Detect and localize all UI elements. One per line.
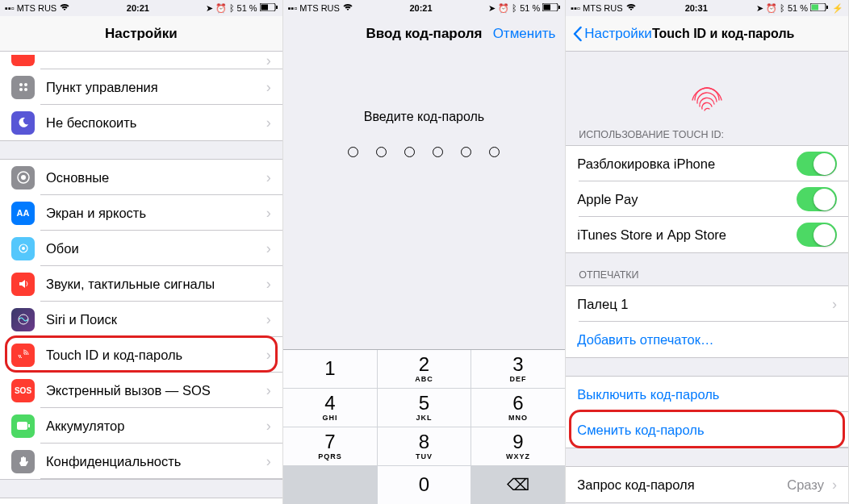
status-bar: ▪▪▫ MTS RUS 20:21 ➤ ⏰ ᛒ 51 % — [283, 0, 566, 16]
touchid-pane: ▪▪▫ MTS RUS 20:31 ➤ ⏰ ᛒ 51 % ⚡ Настройки… — [566, 0, 849, 504]
back-button[interactable]: Настройки — [572, 16, 651, 52]
row-general[interactable]: Основные › — [0, 160, 282, 195]
wallpaper-icon — [11, 237, 35, 260]
siri-icon — [11, 308, 35, 331]
row-stub-top[interactable]: › — [0, 52, 282, 69]
row-require-passcode[interactable]: Запрос код-пароля Сразу › — [566, 467, 848, 502]
passcode-dot — [489, 147, 500, 157]
row-itunes[interactable]: iTunes Store и App Store › — [0, 498, 282, 504]
key-0[interactable]: 0 — [378, 466, 471, 504]
settings-content: › Пункт управления › Не беспокоить › — [0, 52, 282, 504]
nav-bar: Ввод код-пароля Отменить — [283, 16, 566, 52]
passcode-dot — [348, 147, 358, 157]
bluetooth-icon: ᛒ — [229, 3, 235, 13]
alarm-icon: ⏰ — [766, 3, 777, 14]
chevron-right-icon: › — [266, 453, 271, 470]
row-label: Добавить отпечаток… — [577, 332, 837, 348]
touchid-content: ИСПОЛЬЗОВАНИЕ TOUCH ID: Разблокировка iP… — [566, 52, 848, 504]
key-9[interactable]: 9WXYZ — [471, 427, 565, 465]
page-title: Touch ID и код-пароль — [652, 27, 795, 41]
row-label: Палец 1 — [577, 297, 829, 312]
moon-icon — [11, 111, 35, 135]
row-label: Выключить код-пароль — [577, 387, 837, 402]
key-3[interactable]: 3DEF — [471, 350, 565, 388]
section-header-usage: ИСПОЛЬЗОВАНИЕ TOUCH ID: — [566, 124, 848, 145]
passcode-dot — [433, 147, 443, 157]
svg-point-10 — [22, 247, 25, 250]
key-1[interactable]: 1 — [283, 350, 377, 388]
page-title: Ввод код-пароля — [366, 26, 483, 42]
svg-rect-23 — [826, 6, 828, 9]
carrier-label: MTS RUS — [299, 3, 340, 13]
sos-icon: SOS — [11, 379, 35, 402]
passcode-pane: ▪▪▫ MTS RUS 20:21 ➤ ⏰ ᛒ 51 % Ввод код-па… — [283, 0, 567, 504]
passcode-content: Введите код-пароль 1 2ABC 3DEF 4GHI 5JKL… — [283, 52, 566, 504]
chevron-right-icon: › — [266, 382, 271, 399]
row-battery[interactable]: Аккумулятор › — [0, 408, 282, 444]
backspace-icon: ⌫ — [507, 477, 529, 493]
alarm-icon: ⏰ — [215, 3, 227, 14]
key-5[interactable]: 5JKL — [378, 389, 471, 427]
row-applepay: Apple Pay — [566, 181, 848, 217]
row-label: Сменить код-пароль — [577, 423, 837, 438]
key-4[interactable]: 4GHI — [283, 389, 377, 427]
sound-icon — [11, 273, 35, 296]
row-change-passcode[interactable]: Сменить код-пароль — [566, 412, 848, 448]
row-display[interactable]: AA Экран и яркость › — [0, 195, 282, 231]
location-icon: ➤ — [206, 3, 213, 14]
signal-icon: ▪▪▫ — [288, 3, 298, 13]
key-backspace[interactable]: ⌫ — [471, 466, 565, 504]
row-sos[interactable]: SOS Экстренный вызов — SOS › — [0, 373, 282, 408]
page-title: Настройки — [105, 26, 178, 42]
nav-bar: Настройки — [0, 16, 282, 52]
svg-point-6 — [24, 88, 27, 91]
numeric-keypad: 1 2ABC 3DEF 4GHI 5JKL 6MNO 7PQRS 8TUV 9W… — [283, 349, 566, 504]
key-8[interactable]: 8TUV — [378, 427, 471, 465]
toggle-applepay[interactable] — [797, 187, 837, 211]
row-privacy[interactable]: Конфиденциальность › — [0, 444, 282, 479]
svg-point-4 — [24, 83, 27, 86]
row-control-center[interactable]: Пункт управления › — [0, 69, 282, 105]
settings-pane: ▪▪▫ MTS RUS 20:21 ➤ ⏰ ᛒ 51 % Настройки › — [0, 0, 283, 504]
chevron-right-icon: › — [266, 205, 271, 222]
key-7[interactable]: 7PQRS — [283, 427, 377, 465]
chevron-right-icon: › — [266, 418, 271, 435]
wifi-icon — [342, 3, 353, 13]
chevron-left-icon — [572, 26, 582, 42]
row-wallpaper[interactable]: Обои › — [0, 231, 282, 266]
key-6[interactable]: 6MNO — [471, 389, 565, 427]
passcode-dot — [461, 147, 471, 157]
row-itunes-store: iTunes Store и App Store — [566, 217, 848, 252]
toggle-unlock[interactable] — [797, 152, 837, 176]
svg-rect-19 — [544, 5, 551, 10]
control-center-icon — [11, 76, 35, 99]
row-finger-1[interactable]: Палец 1 › — [566, 286, 848, 322]
svg-point-8 — [21, 175, 26, 180]
row-add-fingerprint[interactable]: Добавить отпечаток… — [566, 322, 848, 357]
cancel-button[interactable]: Отменить — [493, 16, 556, 52]
carrier-label: MTS RUS — [583, 3, 623, 13]
row-sounds[interactable]: Звуки, тактильные сигналы › — [0, 266, 282, 302]
row-label: Экран и яркость — [46, 206, 263, 221]
row-siri[interactable]: Siri и Поиск › — [0, 302, 282, 337]
row-touchid[interactable]: Touch ID и код-пароль › — [0, 337, 282, 373]
passcode-prompt: Введите код-пароль — [283, 110, 566, 124]
chevron-right-icon: › — [266, 347, 271, 364]
key-2[interactable]: 2ABC — [378, 350, 471, 388]
row-label: Конфиденциальность — [46, 454, 263, 469]
chevron-right-icon: › — [266, 276, 271, 293]
toggle-itunes[interactable] — [797, 223, 837, 247]
battery-icon — [542, 3, 560, 13]
display-icon: AA — [11, 202, 35, 225]
row-label: Аккумулятор — [46, 419, 263, 434]
back-label: Настройки — [584, 26, 651, 42]
signal-icon: ▪▪▫ — [5, 3, 15, 13]
row-turnoff-passcode[interactable]: Выключить код-пароль — [566, 377, 848, 412]
battery-icon — [260, 3, 278, 13]
location-icon: ➤ — [488, 3, 496, 14]
fingerprint-large-icon — [687, 76, 727, 116]
svg-rect-12 — [17, 422, 27, 430]
row-dnd[interactable]: Не беспокоить › — [0, 105, 282, 140]
svg-rect-1 — [261, 5, 268, 10]
fingerprint-icon — [11, 344, 35, 367]
